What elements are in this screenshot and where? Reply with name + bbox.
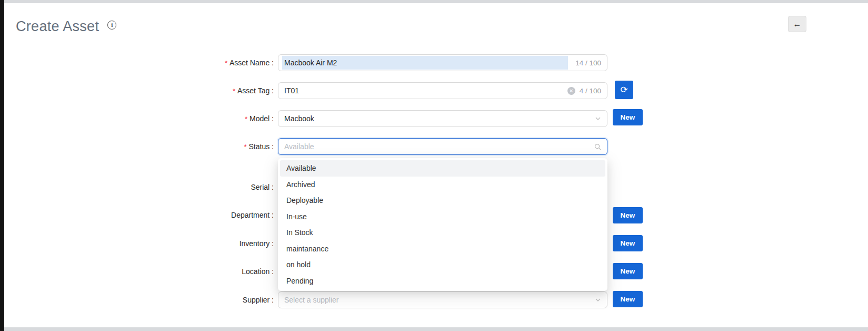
new-department-button[interactable]: New <box>613 207 643 223</box>
page-header: Create Asset i <box>16 16 116 37</box>
dropdown-option-on-hold[interactable]: on hold <box>280 257 605 273</box>
dropdown-option-available[interactable]: Available <box>280 160 605 177</box>
info-icon-glyph: i <box>111 22 113 28</box>
clear-circle-icon[interactable]: ✕ <box>567 87 575 95</box>
status-select[interactable]: Available <box>278 138 607 155</box>
supplier-label: Supplier : <box>99 291 274 308</box>
dropdown-option-in-stock[interactable]: In Stock <box>280 225 605 241</box>
dropdown-option-pending[interactable]: Pending <box>280 273 605 289</box>
department-label: Department : <box>99 207 274 223</box>
required-asterisk: * <box>245 115 247 123</box>
asset-name-input[interactable]: Macbook Air M2 14 / 100 <box>278 54 607 71</box>
serial-label: Serial : <box>99 179 274 196</box>
asset-name-counter: 14 / 100 <box>575 59 601 67</box>
info-icon[interactable]: i <box>107 21 116 30</box>
required-asterisk: * <box>244 143 246 151</box>
search-icon <box>594 143 601 150</box>
supplier-select[interactable]: Select a supplier <box>278 291 607 308</box>
new-model-button[interactable]: New <box>613 109 643 125</box>
status-dropdown: Available Archived Deployable In-use In … <box>278 158 607 291</box>
chevron-down-icon <box>595 297 601 303</box>
asset-name-label: *Asset Name : <box>99 54 274 72</box>
location-label: Location : <box>99 263 274 280</box>
left-edge-strip <box>0 0 4 331</box>
new-supplier-button[interactable]: New <box>613 291 643 307</box>
status-label: *Status : <box>99 138 274 155</box>
chevron-down-icon <box>595 115 601 122</box>
asset-name-value: Macbook Air M2 <box>282 56 568 70</box>
new-inventory-button[interactable]: New <box>613 235 643 251</box>
sync-icon: ⟳ <box>620 84 627 95</box>
asset-tag-counter: 4 / 100 <box>580 87 601 95</box>
dropdown-option-in-use[interactable]: In-use <box>280 209 605 225</box>
new-location-button[interactable]: New <box>613 263 643 279</box>
dropdown-option-archived[interactable]: Archived <box>280 177 605 193</box>
supplier-placeholder: Select a supplier <box>284 296 595 304</box>
generate-tag-button[interactable]: ⟳ <box>615 81 633 99</box>
back-arrow-icon: ← <box>793 20 802 29</box>
model-label: *Model : <box>99 110 274 128</box>
required-asterisk: * <box>233 87 235 95</box>
asset-tag-input[interactable]: IT01 ✕ 4 / 100 <box>278 82 607 99</box>
create-asset-card: Create Asset i ← *Asset Name : Macbook A… <box>4 3 868 327</box>
back-button[interactable]: ← <box>788 16 806 32</box>
asset-tag-label: *Asset Tag : <box>99 82 274 100</box>
model-value: Macbook <box>284 114 314 123</box>
status-placeholder: Available <box>284 142 594 151</box>
inventory-label: Inventory : <box>99 235 274 252</box>
dropdown-option-maintanance[interactable]: maintanance <box>280 241 605 257</box>
model-select[interactable]: Macbook <box>278 110 607 127</box>
page-title: Create Asset <box>16 18 99 35</box>
required-asterisk: * <box>225 59 227 67</box>
dropdown-option-deployable[interactable]: Deployable <box>280 192 605 209</box>
asset-tag-value: IT01 <box>284 86 299 95</box>
